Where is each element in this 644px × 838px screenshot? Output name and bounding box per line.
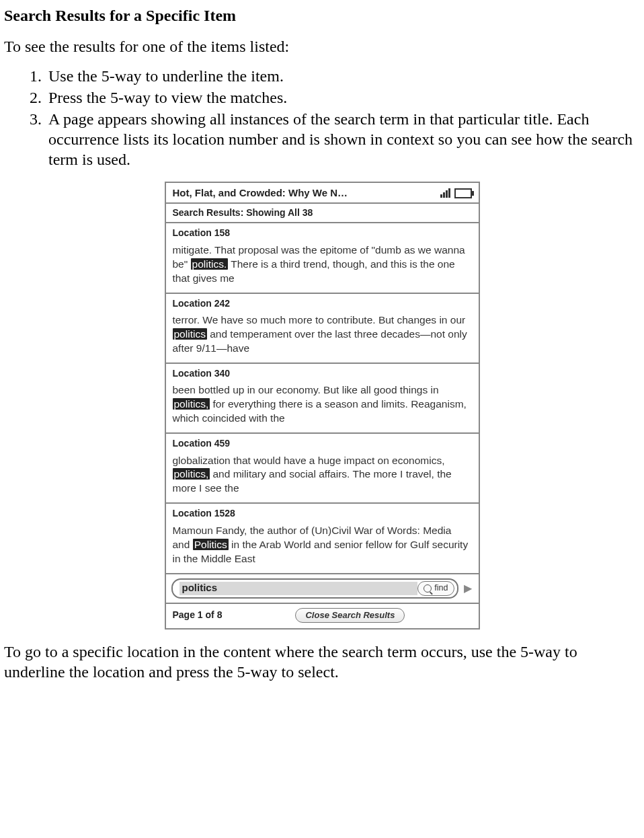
step-item: Use the 5-way to underline the item.	[46, 66, 640, 86]
snippet-pre: globalization that would have a huge imp…	[173, 455, 445, 466]
device-screenshot: Hot, Flat, and Crowded: Why We N… Search…	[165, 182, 480, 630]
highlighted-term: politics.	[191, 258, 229, 270]
result-snippet: terror. We have so much more to contribu…	[173, 313, 472, 356]
search-box[interactable]: politics find	[171, 578, 458, 599]
snippet-pre: terror. We have so much more to contribu…	[173, 314, 466, 326]
device-titlebar: Hot, Flat, and Crowded: Why We N…	[166, 183, 479, 204]
close-results-button[interactable]: Close Search Results	[295, 608, 405, 623]
result-location-label: Location 340	[173, 368, 472, 380]
search-result[interactable]: Location 459globalization that would hav…	[166, 434, 479, 504]
snippet-pre: been bottled up in our economy. But like…	[173, 384, 439, 395]
step-item: Press the 5-way to view the matches.	[46, 87, 640, 108]
device-footer: Page 1 of 8 Close Search Results	[166, 604, 479, 628]
search-result[interactable]: Location 158mitigate. That proposal was …	[166, 223, 479, 293]
search-result[interactable]: Location 1528Mamoun Fandy, the author of…	[166, 504, 479, 574]
chevron-right-icon[interactable]: ▶	[462, 582, 473, 595]
section-heading: Search Results for a Specific Item	[4, 5, 640, 26]
highlighted-term: politics	[173, 328, 207, 340]
snippet-post: and military and social affairs. The mor…	[173, 468, 452, 494]
result-snippet: been bottled up in our economy. But like…	[173, 383, 472, 426]
result-location-label: Location 459	[173, 438, 472, 450]
find-button[interactable]: find	[417, 581, 454, 596]
highlighted-term: politics,	[173, 468, 210, 480]
results-count-header: Search Results: Showing All 38	[166, 204, 479, 224]
outro-text: To go to a specific location in the cont…	[4, 642, 640, 682]
intro-text: To see the results for one of the items …	[4, 36, 640, 56]
result-snippet: globalization that would have a huge imp…	[173, 454, 472, 496]
snippet-post: for everything there is a season and lim…	[173, 398, 467, 424]
result-location-label: Location 158	[173, 227, 472, 239]
result-snippet: Mamoun Fandy, the author of (Un)Civil Wa…	[173, 524, 472, 566]
page-info: Page 1 of 8	[173, 609, 223, 621]
result-snippet: mitigate. That proposal was the epitome …	[173, 243, 472, 286]
signal-icon	[440, 188, 450, 198]
search-bar-row: politics find ▶	[166, 574, 479, 604]
search-input[interactable]: politics	[179, 582, 418, 595]
highlighted-term: politics,	[173, 398, 210, 410]
highlighted-term: Politics	[193, 539, 229, 550]
snippet-post: and temperament over the last three deca…	[173, 328, 467, 354]
find-label: find	[434, 583, 448, 594]
battery-icon	[454, 188, 472, 198]
result-location-label: Location 242	[173, 298, 472, 310]
status-icons	[440, 188, 472, 198]
result-location-label: Location 1528	[173, 508, 472, 520]
search-icon	[424, 584, 432, 593]
step-item: A page appears showing all instances of …	[46, 109, 640, 169]
search-result[interactable]: Location 242terror. We have so much more…	[166, 294, 479, 364]
book-title: Hot, Flat, and Crowded: Why We N…	[173, 187, 440, 200]
steps-list: Use the 5-way to underline the item. Pre…	[4, 66, 640, 169]
search-result[interactable]: Location 340been bottled up in our econo…	[166, 364, 479, 434]
